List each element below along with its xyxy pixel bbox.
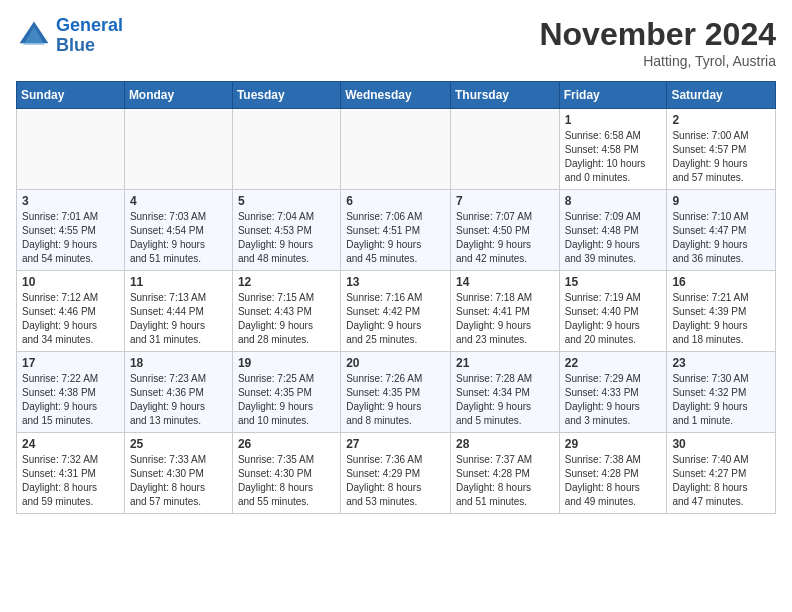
calendar-cell: 8Sunrise: 7:09 AMSunset: 4:48 PMDaylight… [559, 190, 667, 271]
logo: General Blue [16, 16, 123, 56]
day-info: Sunrise: 7:26 AMSunset: 4:35 PMDaylight:… [346, 372, 445, 428]
day-number: 17 [22, 356, 119, 370]
calendar-cell [17, 109, 125, 190]
day-info: Sunrise: 7:06 AMSunset: 4:51 PMDaylight:… [346, 210, 445, 266]
calendar-cell: 16Sunrise: 7:21 AMSunset: 4:39 PMDayligh… [667, 271, 776, 352]
day-info: Sunrise: 7:07 AMSunset: 4:50 PMDaylight:… [456, 210, 554, 266]
calendar-cell: 22Sunrise: 7:29 AMSunset: 4:33 PMDayligh… [559, 352, 667, 433]
day-info: Sunrise: 7:32 AMSunset: 4:31 PMDaylight:… [22, 453, 119, 509]
day-number: 4 [130, 194, 227, 208]
day-header-saturday: Saturday [667, 82, 776, 109]
day-info: Sunrise: 7:10 AMSunset: 4:47 PMDaylight:… [672, 210, 770, 266]
day-number: 23 [672, 356, 770, 370]
day-info: Sunrise: 7:03 AMSunset: 4:54 PMDaylight:… [130, 210, 227, 266]
day-info: Sunrise: 7:19 AMSunset: 4:40 PMDaylight:… [565, 291, 662, 347]
day-info: Sunrise: 7:15 AMSunset: 4:43 PMDaylight:… [238, 291, 335, 347]
calendar-cell: 15Sunrise: 7:19 AMSunset: 4:40 PMDayligh… [559, 271, 667, 352]
day-info: Sunrise: 7:28 AMSunset: 4:34 PMDaylight:… [456, 372, 554, 428]
day-info: Sunrise: 7:25 AMSunset: 4:35 PMDaylight:… [238, 372, 335, 428]
calendar-cell: 3Sunrise: 7:01 AMSunset: 4:55 PMDaylight… [17, 190, 125, 271]
calendar-header-row: SundayMondayTuesdayWednesdayThursdayFrid… [17, 82, 776, 109]
calendar-cell: 1Sunrise: 6:58 AMSunset: 4:58 PMDaylight… [559, 109, 667, 190]
day-number: 10 [22, 275, 119, 289]
day-number: 19 [238, 356, 335, 370]
calendar-cell: 9Sunrise: 7:10 AMSunset: 4:47 PMDaylight… [667, 190, 776, 271]
calendar-cell: 23Sunrise: 7:30 AMSunset: 4:32 PMDayligh… [667, 352, 776, 433]
page-header: General Blue November 2024 Hatting, Tyro… [16, 16, 776, 69]
day-info: Sunrise: 7:01 AMSunset: 4:55 PMDaylight:… [22, 210, 119, 266]
calendar-week-row: 10Sunrise: 7:12 AMSunset: 4:46 PMDayligh… [17, 271, 776, 352]
calendar-cell: 12Sunrise: 7:15 AMSunset: 4:43 PMDayligh… [232, 271, 340, 352]
calendar-cell [232, 109, 340, 190]
day-number: 26 [238, 437, 335, 451]
day-number: 16 [672, 275, 770, 289]
logo-general: General [56, 15, 123, 35]
day-info: Sunrise: 7:09 AMSunset: 4:48 PMDaylight:… [565, 210, 662, 266]
day-info: Sunrise: 7:21 AMSunset: 4:39 PMDaylight:… [672, 291, 770, 347]
day-number: 9 [672, 194, 770, 208]
day-number: 24 [22, 437, 119, 451]
day-info: Sunrise: 7:29 AMSunset: 4:33 PMDaylight:… [565, 372, 662, 428]
calendar-cell: 11Sunrise: 7:13 AMSunset: 4:44 PMDayligh… [124, 271, 232, 352]
day-number: 5 [238, 194, 335, 208]
day-number: 22 [565, 356, 662, 370]
day-number: 20 [346, 356, 445, 370]
day-info: Sunrise: 7:37 AMSunset: 4:28 PMDaylight:… [456, 453, 554, 509]
day-info: Sunrise: 6:58 AMSunset: 4:58 PMDaylight:… [565, 129, 662, 185]
day-header-friday: Friday [559, 82, 667, 109]
calendar-cell: 19Sunrise: 7:25 AMSunset: 4:35 PMDayligh… [232, 352, 340, 433]
day-info: Sunrise: 7:22 AMSunset: 4:38 PMDaylight:… [22, 372, 119, 428]
calendar-week-row: 24Sunrise: 7:32 AMSunset: 4:31 PMDayligh… [17, 433, 776, 514]
day-header-monday: Monday [124, 82, 232, 109]
calendar-cell: 30Sunrise: 7:40 AMSunset: 4:27 PMDayligh… [667, 433, 776, 514]
day-number: 21 [456, 356, 554, 370]
logo-blue: Blue [56, 35, 95, 55]
calendar-cell: 20Sunrise: 7:26 AMSunset: 4:35 PMDayligh… [341, 352, 451, 433]
calendar-cell: 28Sunrise: 7:37 AMSunset: 4:28 PMDayligh… [450, 433, 559, 514]
day-number: 3 [22, 194, 119, 208]
day-number: 8 [565, 194, 662, 208]
day-number: 7 [456, 194, 554, 208]
calendar-cell [450, 109, 559, 190]
day-info: Sunrise: 7:18 AMSunset: 4:41 PMDaylight:… [456, 291, 554, 347]
day-number: 12 [238, 275, 335, 289]
month-title: November 2024 [539, 16, 776, 53]
calendar-cell: 5Sunrise: 7:04 AMSunset: 4:53 PMDaylight… [232, 190, 340, 271]
day-header-wednesday: Wednesday [341, 82, 451, 109]
calendar-cell: 18Sunrise: 7:23 AMSunset: 4:36 PMDayligh… [124, 352, 232, 433]
day-info: Sunrise: 7:04 AMSunset: 4:53 PMDaylight:… [238, 210, 335, 266]
day-info: Sunrise: 7:33 AMSunset: 4:30 PMDaylight:… [130, 453, 227, 509]
calendar-cell: 10Sunrise: 7:12 AMSunset: 4:46 PMDayligh… [17, 271, 125, 352]
calendar-cell: 14Sunrise: 7:18 AMSunset: 4:41 PMDayligh… [450, 271, 559, 352]
day-number: 1 [565, 113, 662, 127]
calendar-cell: 7Sunrise: 7:07 AMSunset: 4:50 PMDaylight… [450, 190, 559, 271]
day-header-tuesday: Tuesday [232, 82, 340, 109]
day-number: 15 [565, 275, 662, 289]
calendar-cell [124, 109, 232, 190]
day-info: Sunrise: 7:12 AMSunset: 4:46 PMDaylight:… [22, 291, 119, 347]
day-info: Sunrise: 7:23 AMSunset: 4:36 PMDaylight:… [130, 372, 227, 428]
calendar-cell: 6Sunrise: 7:06 AMSunset: 4:51 PMDaylight… [341, 190, 451, 271]
day-info: Sunrise: 7:13 AMSunset: 4:44 PMDaylight:… [130, 291, 227, 347]
calendar-cell: 26Sunrise: 7:35 AMSunset: 4:30 PMDayligh… [232, 433, 340, 514]
day-number: 18 [130, 356, 227, 370]
logo-text: General Blue [56, 16, 123, 56]
calendar-week-row: 3Sunrise: 7:01 AMSunset: 4:55 PMDaylight… [17, 190, 776, 271]
day-info: Sunrise: 7:30 AMSunset: 4:32 PMDaylight:… [672, 372, 770, 428]
day-number: 13 [346, 275, 445, 289]
calendar-cell: 27Sunrise: 7:36 AMSunset: 4:29 PMDayligh… [341, 433, 451, 514]
calendar-cell: 21Sunrise: 7:28 AMSunset: 4:34 PMDayligh… [450, 352, 559, 433]
day-number: 11 [130, 275, 227, 289]
day-number: 6 [346, 194, 445, 208]
logo-icon [16, 18, 52, 54]
day-number: 2 [672, 113, 770, 127]
day-info: Sunrise: 7:36 AMSunset: 4:29 PMDaylight:… [346, 453, 445, 509]
day-info: Sunrise: 7:00 AMSunset: 4:57 PMDaylight:… [672, 129, 770, 185]
day-header-thursday: Thursday [450, 82, 559, 109]
day-number: 25 [130, 437, 227, 451]
calendar-week-row: 17Sunrise: 7:22 AMSunset: 4:38 PMDayligh… [17, 352, 776, 433]
calendar-week-row: 1Sunrise: 6:58 AMSunset: 4:58 PMDaylight… [17, 109, 776, 190]
calendar-cell: 29Sunrise: 7:38 AMSunset: 4:28 PMDayligh… [559, 433, 667, 514]
day-number: 28 [456, 437, 554, 451]
calendar-cell: 17Sunrise: 7:22 AMSunset: 4:38 PMDayligh… [17, 352, 125, 433]
